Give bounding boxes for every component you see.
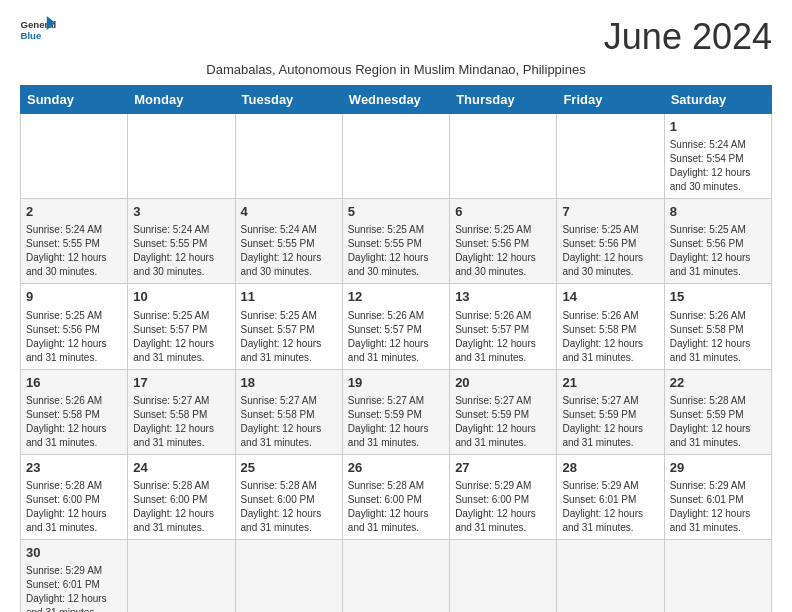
day-info: Sunrise: 5:26 AM Sunset: 5:57 PM Dayligh… bbox=[348, 309, 444, 365]
day-info: Sunrise: 5:24 AM Sunset: 5:55 PM Dayligh… bbox=[26, 223, 122, 279]
calendar-day-cell: 1Sunrise: 5:24 AM Sunset: 5:54 PM Daylig… bbox=[664, 114, 771, 199]
calendar-day-cell bbox=[235, 114, 342, 199]
day-number: 22 bbox=[670, 374, 766, 392]
day-info: Sunrise: 5:28 AM Sunset: 5:59 PM Dayligh… bbox=[670, 394, 766, 450]
day-number: 11 bbox=[241, 288, 337, 306]
day-info: Sunrise: 5:25 AM Sunset: 5:56 PM Dayligh… bbox=[26, 309, 122, 365]
day-info: Sunrise: 5:24 AM Sunset: 5:54 PM Dayligh… bbox=[670, 138, 766, 194]
calendar-day-cell: 4Sunrise: 5:24 AM Sunset: 5:55 PM Daylig… bbox=[235, 199, 342, 284]
calendar-day-cell bbox=[557, 539, 664, 612]
calendar-week-row: 2Sunrise: 5:24 AM Sunset: 5:55 PM Daylig… bbox=[21, 199, 772, 284]
weekday-header-saturday: Saturday bbox=[664, 86, 771, 114]
day-number: 4 bbox=[241, 203, 337, 221]
calendar-day-cell: 9Sunrise: 5:25 AM Sunset: 5:56 PM Daylig… bbox=[21, 284, 128, 369]
calendar-day-cell: 7Sunrise: 5:25 AM Sunset: 5:56 PM Daylig… bbox=[557, 199, 664, 284]
day-number: 9 bbox=[26, 288, 122, 306]
weekday-header-tuesday: Tuesday bbox=[235, 86, 342, 114]
day-number: 27 bbox=[455, 459, 551, 477]
day-info: Sunrise: 5:27 AM Sunset: 5:59 PM Dayligh… bbox=[455, 394, 551, 450]
day-number: 17 bbox=[133, 374, 229, 392]
day-info: Sunrise: 5:26 AM Sunset: 5:58 PM Dayligh… bbox=[670, 309, 766, 365]
day-number: 12 bbox=[348, 288, 444, 306]
calendar-day-cell: 17Sunrise: 5:27 AM Sunset: 5:58 PM Dayli… bbox=[128, 369, 235, 454]
day-number: 13 bbox=[455, 288, 551, 306]
calendar-week-row: 1Sunrise: 5:24 AM Sunset: 5:54 PM Daylig… bbox=[21, 114, 772, 199]
calendar-day-cell bbox=[128, 114, 235, 199]
day-number: 7 bbox=[562, 203, 658, 221]
calendar-day-cell: 29Sunrise: 5:29 AM Sunset: 6:01 PM Dayli… bbox=[664, 454, 771, 539]
day-number: 25 bbox=[241, 459, 337, 477]
day-number: 26 bbox=[348, 459, 444, 477]
weekday-header-thursday: Thursday bbox=[450, 86, 557, 114]
calendar-day-cell: 11Sunrise: 5:25 AM Sunset: 5:57 PM Dayli… bbox=[235, 284, 342, 369]
calendar-day-cell bbox=[450, 114, 557, 199]
day-info: Sunrise: 5:24 AM Sunset: 5:55 PM Dayligh… bbox=[241, 223, 337, 279]
day-number: 15 bbox=[670, 288, 766, 306]
calendar-day-cell: 23Sunrise: 5:28 AM Sunset: 6:00 PM Dayli… bbox=[21, 454, 128, 539]
calendar-day-cell bbox=[21, 114, 128, 199]
calendar-day-cell bbox=[342, 539, 449, 612]
generalblue-logo-icon: General Blue bbox=[20, 16, 56, 44]
day-info: Sunrise: 5:25 AM Sunset: 5:57 PM Dayligh… bbox=[133, 309, 229, 365]
day-info: Sunrise: 5:27 AM Sunset: 5:58 PM Dayligh… bbox=[133, 394, 229, 450]
day-info: Sunrise: 5:29 AM Sunset: 6:00 PM Dayligh… bbox=[455, 479, 551, 535]
calendar-day-cell: 19Sunrise: 5:27 AM Sunset: 5:59 PM Dayli… bbox=[342, 369, 449, 454]
day-info: Sunrise: 5:26 AM Sunset: 5:58 PM Dayligh… bbox=[562, 309, 658, 365]
calendar-week-row: 16Sunrise: 5:26 AM Sunset: 5:58 PM Dayli… bbox=[21, 369, 772, 454]
day-info: Sunrise: 5:29 AM Sunset: 6:01 PM Dayligh… bbox=[26, 564, 122, 612]
calendar-day-cell bbox=[342, 114, 449, 199]
day-info: Sunrise: 5:25 AM Sunset: 5:56 PM Dayligh… bbox=[670, 223, 766, 279]
calendar-day-cell: 27Sunrise: 5:29 AM Sunset: 6:00 PM Dayli… bbox=[450, 454, 557, 539]
day-info: Sunrise: 5:29 AM Sunset: 6:01 PM Dayligh… bbox=[562, 479, 658, 535]
weekday-header-sunday: Sunday bbox=[21, 86, 128, 114]
day-number: 2 bbox=[26, 203, 122, 221]
weekday-header-monday: Monday bbox=[128, 86, 235, 114]
calendar-day-cell bbox=[664, 539, 771, 612]
calendar-week-row: 23Sunrise: 5:28 AM Sunset: 6:00 PM Dayli… bbox=[21, 454, 772, 539]
day-info: Sunrise: 5:27 AM Sunset: 5:58 PM Dayligh… bbox=[241, 394, 337, 450]
svg-text:Blue: Blue bbox=[21, 30, 42, 41]
day-number: 8 bbox=[670, 203, 766, 221]
calendar-day-cell: 20Sunrise: 5:27 AM Sunset: 5:59 PM Dayli… bbox=[450, 369, 557, 454]
day-number: 19 bbox=[348, 374, 444, 392]
day-info: Sunrise: 5:25 AM Sunset: 5:55 PM Dayligh… bbox=[348, 223, 444, 279]
calendar-day-cell: 28Sunrise: 5:29 AM Sunset: 6:01 PM Dayli… bbox=[557, 454, 664, 539]
weekday-header-wednesday: Wednesday bbox=[342, 86, 449, 114]
calendar-day-cell: 22Sunrise: 5:28 AM Sunset: 5:59 PM Dayli… bbox=[664, 369, 771, 454]
day-info: Sunrise: 5:25 AM Sunset: 5:57 PM Dayligh… bbox=[241, 309, 337, 365]
day-number: 23 bbox=[26, 459, 122, 477]
day-number: 20 bbox=[455, 374, 551, 392]
day-number: 16 bbox=[26, 374, 122, 392]
day-info: Sunrise: 5:27 AM Sunset: 5:59 PM Dayligh… bbox=[348, 394, 444, 450]
calendar-day-cell: 5Sunrise: 5:25 AM Sunset: 5:55 PM Daylig… bbox=[342, 199, 449, 284]
weekday-header-row: SundayMondayTuesdayWednesdayThursdayFrid… bbox=[21, 86, 772, 114]
day-info: Sunrise: 5:25 AM Sunset: 5:56 PM Dayligh… bbox=[562, 223, 658, 279]
calendar-day-cell: 14Sunrise: 5:26 AM Sunset: 5:58 PM Dayli… bbox=[557, 284, 664, 369]
calendar-day-cell: 10Sunrise: 5:25 AM Sunset: 5:57 PM Dayli… bbox=[128, 284, 235, 369]
day-number: 28 bbox=[562, 459, 658, 477]
calendar-table: SundayMondayTuesdayWednesdayThursdayFrid… bbox=[20, 85, 772, 612]
calendar-week-row: 9Sunrise: 5:25 AM Sunset: 5:56 PM Daylig… bbox=[21, 284, 772, 369]
calendar-subtitle: Damabalas, Autonomous Region in Muslim M… bbox=[20, 62, 772, 77]
day-info: Sunrise: 5:29 AM Sunset: 6:01 PM Dayligh… bbox=[670, 479, 766, 535]
day-info: Sunrise: 5:26 AM Sunset: 5:57 PM Dayligh… bbox=[455, 309, 551, 365]
calendar-week-row: 30Sunrise: 5:29 AM Sunset: 6:01 PM Dayli… bbox=[21, 539, 772, 612]
calendar-day-cell: 24Sunrise: 5:28 AM Sunset: 6:00 PM Dayli… bbox=[128, 454, 235, 539]
weekday-header-friday: Friday bbox=[557, 86, 664, 114]
calendar-day-cell bbox=[557, 114, 664, 199]
calendar-day-cell bbox=[450, 539, 557, 612]
day-number: 6 bbox=[455, 203, 551, 221]
day-info: Sunrise: 5:28 AM Sunset: 6:00 PM Dayligh… bbox=[241, 479, 337, 535]
day-number: 14 bbox=[562, 288, 658, 306]
day-info: Sunrise: 5:28 AM Sunset: 6:00 PM Dayligh… bbox=[26, 479, 122, 535]
day-number: 30 bbox=[26, 544, 122, 562]
day-number: 5 bbox=[348, 203, 444, 221]
day-number: 24 bbox=[133, 459, 229, 477]
calendar-day-cell: 8Sunrise: 5:25 AM Sunset: 5:56 PM Daylig… bbox=[664, 199, 771, 284]
calendar-day-cell: 12Sunrise: 5:26 AM Sunset: 5:57 PM Dayli… bbox=[342, 284, 449, 369]
calendar-day-cell: 13Sunrise: 5:26 AM Sunset: 5:57 PM Dayli… bbox=[450, 284, 557, 369]
day-info: Sunrise: 5:28 AM Sunset: 6:00 PM Dayligh… bbox=[133, 479, 229, 535]
logo: General Blue bbox=[20, 16, 56, 44]
day-info: Sunrise: 5:24 AM Sunset: 5:55 PM Dayligh… bbox=[133, 223, 229, 279]
calendar-day-cell bbox=[128, 539, 235, 612]
